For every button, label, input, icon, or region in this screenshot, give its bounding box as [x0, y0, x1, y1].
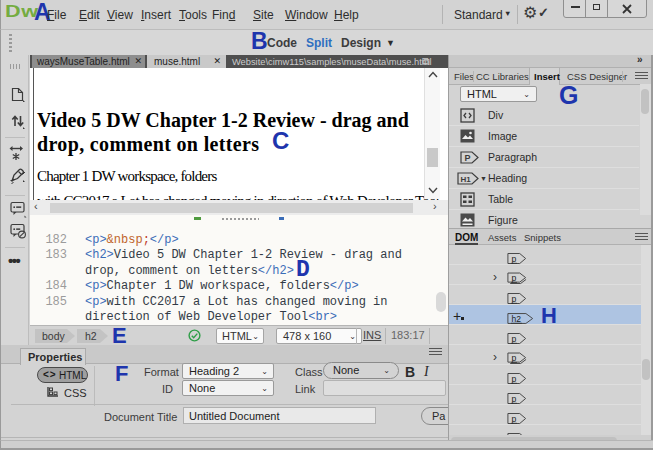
svg-text:p: p	[512, 374, 517, 384]
svg-text:p: p	[512, 353, 517, 363]
svg-text:p: p	[512, 273, 517, 283]
svg-text:p: p	[512, 394, 517, 404]
svg-text:p: p	[512, 334, 517, 344]
svg-text:p: p	[512, 414, 517, 424]
svg-text:p: p	[512, 254, 517, 264]
svg-text:H1: H1	[461, 175, 472, 184]
svg-text:h2: h2	[512, 314, 522, 324]
svg-text:P: P	[465, 153, 471, 163]
svg-text:p: p	[512, 294, 517, 304]
